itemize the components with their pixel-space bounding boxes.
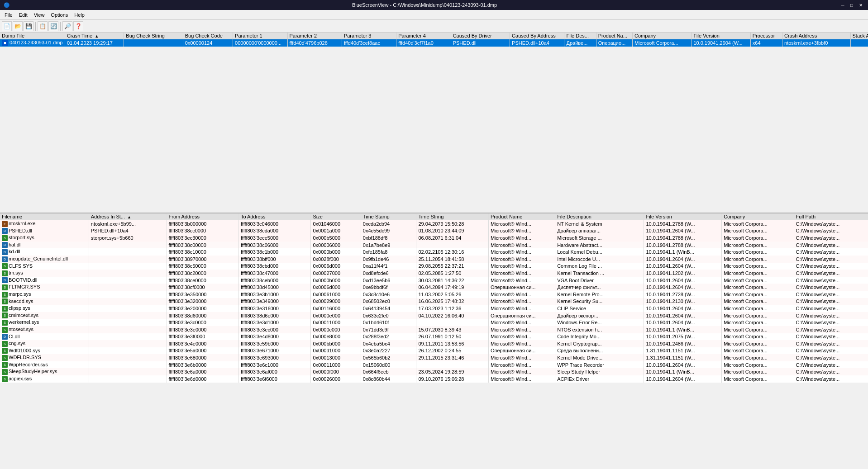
module-table-row[interactable]: DPSHED.dllPSHED.dll+10a4fffff803'38cc000…: [0, 227, 868, 235]
col-param1[interactable]: Parameter 1: [233, 33, 287, 39]
module-table-row[interactable]: Entoskrnl.exentoskrnl.exe+5b99...fffff80…: [0, 220, 868, 227]
module-cell: Microsoft® Wind...: [488, 361, 555, 369]
module-cell: 25.11.2054 18:41:58: [416, 256, 488, 263]
crash-cell: ntoskrnl.exe+3fbbf0: [782, 39, 850, 47]
crash-cell: [850, 39, 868, 47]
module-table-row[interactable]: Scmimcext.sysfffff803'38d60000fffff803'3…: [0, 312, 868, 319]
col-crash-address[interactable]: Crash Address: [782, 33, 850, 39]
mod-col-file-desc[interactable]: File Description: [555, 213, 644, 220]
col-caused-by-address[interactable]: Caused By Address: [510, 33, 564, 39]
module-cell: fffff803'3ec30000: [167, 234, 238, 242]
module-cell: 0x01046000: [311, 220, 361, 227]
col-file-desc[interactable]: File Des...: [564, 33, 596, 39]
about-button[interactable]: ❓: [73, 21, 83, 31]
open-button[interactable]: 📂: [13, 21, 23, 31]
module-table-row[interactable]: SWdf01000.sysfffff803'3e5a0000fffff803'3…: [0, 347, 868, 355]
module-table-row[interactable]: Dkd.dllfffff803'38c10000fffff803'38c1b00…: [0, 248, 868, 256]
col-param3[interactable]: Parameter 3: [342, 33, 396, 39]
module-table-row[interactable]: Stm.sysfffff803'38c20000fffff803'38c4700…: [0, 270, 868, 277]
mod-col-product-name[interactable]: Product Name: [488, 213, 555, 220]
module-cell: Microsoft® Wind...: [488, 319, 555, 326]
module-table-row[interactable]: SWppRecorder.sysfffff803'3e6b0000fffff80…: [0, 361, 868, 369]
mod-col-timestamp[interactable]: Time Stamp: [361, 213, 416, 220]
mod-col-filename[interactable]: Filename: [0, 213, 89, 220]
minimize-button[interactable]: ─: [839, 1, 846, 9]
mod-col-to-address[interactable]: To Address: [238, 213, 310, 220]
module-table-row[interactable]: Smsrpc.sysfffff803'3e350000fffff803'3e3b…: [0, 291, 868, 298]
module-cell: [89, 319, 167, 326]
module-cell: 0x000bb000: [311, 340, 361, 347]
col-bug-check-string[interactable]: Bug Check String: [124, 33, 183, 39]
col-processor[interactable]: Processor: [750, 33, 782, 39]
module-cell: Microsoft Corpora...: [722, 312, 794, 319]
col-stack-add[interactable]: Stack Add...: [850, 33, 868, 39]
col-bug-check-code[interactable]: Bug Check Code: [183, 33, 233, 39]
mod-col-timestring[interactable]: Time String: [416, 213, 488, 220]
mod-col-file-version[interactable]: File Version: [644, 213, 722, 220]
module-cell: 01.08.2010 23:44:09: [416, 227, 488, 235]
refresh-button[interactable]: 🔄: [48, 21, 58, 31]
module-table-row[interactable]: SFLTMGR.SYSfffff803'38cf0000fffff803'38d…: [0, 284, 868, 291]
module-table-row[interactable]: DBOOTVID.dllfffff803'38ce0000fffff803'38…: [0, 277, 868, 284]
col-caused-by-driver[interactable]: Caused By Driver: [451, 33, 510, 39]
col-file-version[interactable]: File Version: [692, 33, 750, 39]
save-button[interactable]: 💾: [24, 21, 33, 31]
sys-icon: S: [2, 235, 8, 241]
col-dump-file[interactable]: Dump File: [0, 33, 65, 39]
col-param2[interactable]: Parameter 2: [287, 33, 342, 39]
module-cell: fffff803'3e320000: [167, 298, 238, 305]
menu-file[interactable]: File: [2, 11, 15, 19]
module-table-row[interactable]: Dmcupdate_GenuineIntel.dllfffff803'38970…: [0, 256, 868, 263]
module-table-row[interactable]: Sntosext.sysfffff803'3e3e0000fffff803'3e…: [0, 326, 868, 333]
col-param4[interactable]: Parameter 4: [396, 33, 451, 39]
mod-col-size[interactable]: Size: [311, 213, 361, 220]
module-table-row[interactable]: Sacpiex.sysfffff803'3e6d0000fffff803'3e6…: [0, 375, 868, 383]
module-table-row[interactable]: Scng.sysfffff803'3e4e0000fffff803'3e59b0…: [0, 340, 868, 347]
module-cell: 10.0.19041.2604 (W...: [644, 375, 722, 383]
col-product-name[interactable]: Product Na...: [596, 33, 632, 39]
sys-icon: S: [2, 327, 8, 333]
crash-table-row[interactable]: ■040123-243093-01.dmp01.04.2023 19:29:17…: [0, 39, 868, 47]
module-cell: 10.0.19041.2788 (W...: [644, 234, 722, 242]
module-cell: SWdf01000.sys: [0, 347, 89, 355]
module-table-row[interactable]: SSleepStudyHelper.sysfffff803'3e6a0000ff…: [0, 368, 868, 375]
module-table-row[interactable]: Sclipsp.sysfffff803'3e200000fffff803'3e3…: [0, 305, 868, 312]
module-cell: Microsoft Corpora...: [722, 227, 794, 235]
crash-list-container[interactable]: Dump File Crash Time ▲ Bug Check String …: [0, 33, 868, 213]
mod-col-address-in-st[interactable]: Address In St... ▲: [89, 213, 167, 220]
module-cell: 0x0000e000: [311, 312, 361, 319]
module-cell: 10.0.19041.2604 (W...: [644, 284, 722, 291]
module-cell: 10.0.19041.2604 (W...: [644, 319, 722, 326]
mod-col-full-path[interactable]: Full Path: [794, 213, 868, 220]
properties-button[interactable]: 🔎: [62, 21, 72, 31]
module-cell: 10.0.19041.2604 (W...: [644, 256, 722, 263]
module-cell: WPP Trace Recorder: [555, 361, 644, 369]
module-table-row[interactable]: DCl.dllfffff803'3e3f0000fffff803'3e4d800…: [0, 333, 868, 341]
module-table-row[interactable]: Dhal.dllfffff803'38c00000fffff803'38c060…: [0, 242, 868, 249]
module-cell: 0xfe185fa8: [361, 248, 416, 256]
module-table-row[interactable]: SCLFS.SYSfffff803'38c50000fffff803'38cbd…: [0, 263, 868, 270]
module-cell: 10.0.19041.2604 (W...: [644, 277, 722, 284]
module-cell: 0xcda2cb94: [361, 220, 416, 227]
menu-options[interactable]: Options: [48, 11, 71, 19]
new-button[interactable]: 📄: [2, 21, 12, 31]
module-list-container[interactable]: Filename Address In St... ▲ From Address…: [0, 213, 868, 469]
module-cell: fffff803'38c47000: [238, 270, 310, 277]
module-table-row[interactable]: Sstorport.sysstorport.sys+5b660fffff803'…: [0, 234, 868, 242]
mod-col-from-address[interactable]: From Address: [167, 213, 238, 220]
mod-col-company[interactable]: Company: [722, 213, 794, 220]
module-table-row[interactable]: Sksecdd.sysfffff803'3e320000fffff803'3e3…: [0, 298, 868, 305]
menu-view[interactable]: View: [31, 11, 48, 19]
module-table-row[interactable]: Swerkernel.sysfffff803'3e3c0000fffff803'…: [0, 319, 868, 326]
col-crash-time[interactable]: Crash Time ▲: [65, 33, 124, 39]
module-table-row[interactable]: SWDFLDR.SYSfffff803'3e680000fffff803'3e6…: [0, 354, 868, 361]
menu-help[interactable]: Help: [72, 11, 87, 19]
col-company[interactable]: Company: [632, 33, 691, 39]
menu-edit[interactable]: Edit: [16, 11, 30, 19]
close-button[interactable]: ✕: [857, 1, 864, 9]
module-cell: Microsoft Corpora...: [722, 291, 794, 298]
restore-button[interactable]: □: [848, 1, 855, 9]
copy-button[interactable]: 📋: [38, 21, 48, 31]
module-cell: 10.0.19041.2130 (W...: [644, 298, 722, 305]
crash-table-header: Dump File Crash Time ▲ Bug Check String …: [0, 33, 868, 39]
